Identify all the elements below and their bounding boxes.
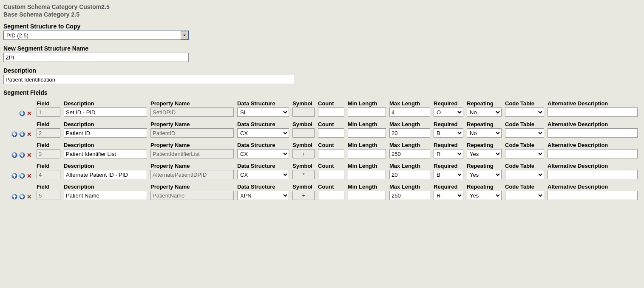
- required-select[interactable]: B: [434, 128, 463, 138]
- custom-schema-category-label: Custom Schema Category Custom2.5: [3, 3, 641, 10]
- max-length-input[interactable]: [389, 170, 430, 179]
- move-down-icon[interactable]: [19, 172, 26, 179]
- col-description-label: Description: [64, 100, 147, 107]
- repeating-select[interactable]: Yes: [467, 170, 502, 179]
- field-description-input[interactable]: [64, 149, 147, 158]
- description-input[interactable]: [3, 75, 294, 84]
- data-structure-select[interactable]: XPN: [237, 191, 289, 200]
- col-required-label: Required: [434, 142, 463, 148]
- min-length-input[interactable]: [348, 191, 386, 200]
- min-length-input[interactable]: [348, 149, 386, 158]
- col-codetable-label: Code Table: [505, 184, 544, 190]
- repeating-select[interactable]: Yes: [467, 149, 502, 158]
- symbol-display: +: [292, 191, 315, 200]
- col-repeating-label: Repeating: [467, 100, 502, 107]
- count-input[interactable]: [318, 128, 344, 138]
- alt-description-input[interactable]: [548, 170, 638, 179]
- col-required-label: Required: [434, 184, 463, 190]
- col-property-label: Property Name: [150, 121, 234, 127]
- alt-description-input[interactable]: [548, 149, 638, 158]
- move-up-icon[interactable]: [11, 131, 18, 138]
- col-data-structure-label: Data Structure: [237, 100, 289, 107]
- delete-row-icon[interactable]: ✕: [26, 193, 32, 200]
- dropdown-button-icon[interactable]: [181, 31, 188, 40]
- alt-description-input[interactable]: [548, 107, 638, 117]
- field-description-input[interactable]: [64, 128, 147, 138]
- new-segment-name-label: New Segment Structure Name: [3, 45, 641, 52]
- col-maxlen-label: Max Length: [389, 121, 430, 127]
- field-description-input[interactable]: [64, 170, 147, 179]
- required-select[interactable]: B: [434, 170, 463, 179]
- field-description-input[interactable]: [64, 107, 147, 117]
- delete-row-icon[interactable]: ✕: [26, 110, 32, 117]
- col-count-label: Count: [318, 184, 344, 190]
- move-down-icon[interactable]: [19, 193, 26, 200]
- delete-row-icon[interactable]: ✕: [26, 172, 32, 179]
- max-length-input[interactable]: [389, 191, 430, 200]
- col-count-label: Count: [318, 163, 344, 169]
- col-symbol-label: Symbol: [292, 121, 315, 127]
- move-down-icon[interactable]: [19, 110, 26, 117]
- delete-row-icon[interactable]: ✕: [26, 152, 32, 158]
- move-up-icon[interactable]: [11, 152, 18, 158]
- max-length-input[interactable]: [389, 149, 430, 158]
- count-input[interactable]: [318, 191, 344, 200]
- data-structure-select[interactable]: SI: [237, 107, 289, 117]
- col-altdesc-label: Alternative Description: [548, 100, 638, 107]
- col-repeating-label: Repeating: [467, 163, 502, 169]
- code-table-select[interactable]: [505, 191, 544, 200]
- max-length-input[interactable]: [389, 128, 430, 138]
- property-name-input: [150, 191, 234, 200]
- code-table-select[interactable]: [505, 170, 544, 179]
- symbol-display: [292, 107, 315, 117]
- min-length-input[interactable]: [348, 170, 386, 179]
- segment-fields-label: Segment Fields: [3, 89, 641, 96]
- col-symbol-label: Symbol: [292, 163, 315, 169]
- repeating-select[interactable]: No: [467, 107, 502, 117]
- col-altdesc-label: Alternative Description: [548, 163, 638, 169]
- required-select[interactable]: R: [434, 191, 463, 200]
- col-codetable-label: Code Table: [505, 142, 544, 148]
- col-property-label: Property Name: [150, 100, 234, 107]
- field-description-input[interactable]: [64, 191, 147, 200]
- col-codetable-label: Code Table: [505, 163, 544, 169]
- min-length-input[interactable]: [348, 128, 386, 138]
- col-repeating-label: Repeating: [467, 142, 502, 148]
- data-structure-select[interactable]: CX: [237, 149, 289, 158]
- property-name-input: [150, 149, 234, 158]
- svg-marker-0: [183, 34, 186, 36]
- delete-row-icon[interactable]: ✕: [26, 131, 32, 138]
- alt-description-input[interactable]: [548, 128, 638, 138]
- max-length-input[interactable]: [389, 107, 430, 117]
- col-property-label: Property Name: [150, 163, 234, 169]
- segment-to-copy-select[interactable]: PID (2.5): [3, 31, 189, 40]
- required-select[interactable]: O: [434, 107, 463, 117]
- count-input[interactable]: [318, 170, 344, 179]
- code-table-select[interactable]: [505, 128, 544, 138]
- code-table-select[interactable]: [505, 107, 544, 117]
- repeating-select[interactable]: Yes: [467, 191, 502, 200]
- col-altdesc-label: Alternative Description: [548, 142, 638, 148]
- code-table-select[interactable]: [505, 149, 544, 158]
- new-segment-name-input[interactable]: [3, 53, 189, 62]
- count-input[interactable]: [318, 149, 344, 158]
- data-structure-select[interactable]: CX: [237, 170, 289, 179]
- count-input[interactable]: [318, 107, 344, 117]
- move-up-icon[interactable]: [11, 172, 18, 179]
- col-maxlen-label: Max Length: [389, 142, 430, 148]
- col-minlen-label: Min Length: [348, 121, 386, 127]
- col-minlen-label: Min Length: [348, 163, 386, 169]
- move-down-icon[interactable]: [19, 152, 26, 158]
- col-maxlen-label: Max Length: [389, 100, 430, 107]
- move-up-icon[interactable]: [11, 193, 18, 200]
- move-down-icon[interactable]: [19, 131, 26, 138]
- col-repeating-label: Repeating: [467, 184, 502, 190]
- data-structure-select[interactable]: CX: [237, 128, 289, 138]
- alt-description-input[interactable]: [548, 191, 638, 200]
- col-count-label: Count: [318, 142, 344, 148]
- col-property-label: Property Name: [150, 142, 234, 148]
- col-symbol-label: Symbol: [292, 142, 315, 148]
- required-select[interactable]: R: [434, 149, 463, 158]
- repeating-select[interactable]: No: [467, 128, 502, 138]
- min-length-input[interactable]: [348, 107, 386, 117]
